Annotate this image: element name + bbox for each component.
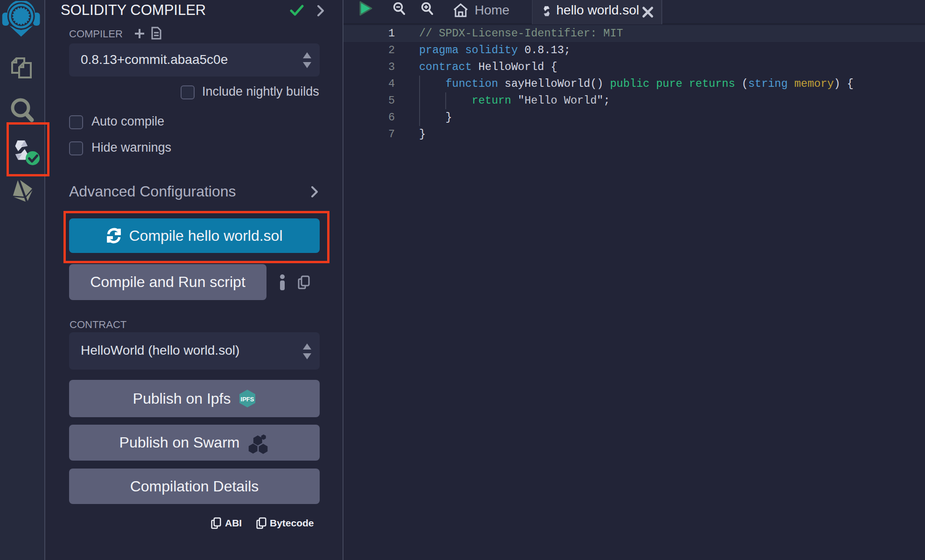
svg-text:IPFS: IPFS bbox=[241, 396, 254, 403]
